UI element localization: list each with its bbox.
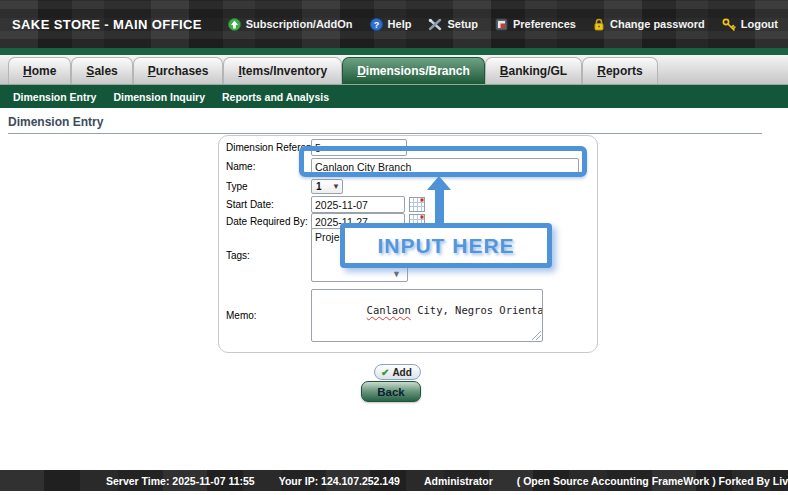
memo-row: Memo: Canlaon City, Negros Oriental — [226, 289, 543, 342]
tab-banking-gl[interactable]: Banking/GL — [485, 57, 582, 84]
submenu-dimension-inquiry[interactable]: Dimension Inquiry — [113, 91, 205, 103]
main-tab-bar: Home Sales Purchases Items/Inventory Dim… — [0, 55, 788, 85]
submenu-reports-analysis[interactable]: Reports and Analysis — [222, 91, 329, 103]
dimension-name-input[interactable] — [311, 158, 579, 175]
tab-reports[interactable]: Reports — [582, 57, 657, 84]
type-label: Type — [226, 181, 311, 192]
tab-dimensions-branch[interactable]: Dimensions/Branch — [342, 57, 485, 84]
memo-textarea[interactable]: Canlaon City, Negros Oriental — [311, 289, 543, 342]
tags-dropdown-icon[interactable]: ▼ — [392, 269, 401, 279]
memo-label: Memo: — [226, 310, 311, 321]
name-label: Name: — [226, 161, 311, 172]
add-button[interactable]: ✔ Add — [374, 364, 421, 380]
start-date-row: Start Date: — [226, 196, 425, 213]
tab-home[interactable]: Home — [8, 57, 71, 84]
checkmark-icon: ✔ — [381, 367, 389, 378]
reference-label: Dimension Reference: — [226, 142, 311, 153]
framework-credit: ( Open Source Accounting FrameWork ) For… — [517, 475, 788, 487]
start-date-input[interactable] — [311, 196, 405, 213]
submenu-dimension-entry[interactable]: Dimension Entry — [13, 91, 96, 103]
tab-items-inventory[interactable]: Items/Inventory — [223, 57, 342, 84]
type-select[interactable]: 1 ▼ — [311, 179, 343, 194]
lock-icon — [593, 18, 605, 31]
name-row: Name: — [226, 158, 579, 175]
key-icon — [722, 18, 736, 31]
user-ip: Your IP: 124.107.252.149 — [279, 475, 400, 487]
header-links: Subscription/AddOn ? Help Setup Preferen… — [228, 18, 778, 31]
type-row: Type 1 ▼ — [226, 179, 343, 194]
submenu-bar: Dimension Entry Dimension Inquiry Report… — [0, 85, 788, 108]
page-title: Dimension Entry — [8, 115, 788, 129]
top-header-bar: SAKE STORE - MAIN OFFICE Subscription/Ad… — [0, 0, 788, 48]
tags-visible-option[interactable]: Proje — [315, 231, 340, 243]
input-here-text: INPUT HERE — [377, 234, 514, 258]
server-time: Server Time: 2025-11-07 11:55 — [106, 475, 255, 487]
application-window: SAKE STORE - MAIN OFFICE Subscription/Ad… — [0, 0, 788, 495]
subscription-addon-link[interactable]: Subscription/AddOn — [228, 18, 353, 31]
start-date-calendar-icon[interactable] — [409, 197, 425, 212]
change-password-link[interactable]: Change password — [593, 18, 705, 31]
tab-sales[interactable]: Sales — [71, 57, 132, 84]
logout-link[interactable]: Logout — [722, 18, 778, 31]
date-required-label: Date Required By: — [226, 216, 311, 227]
title-divider — [8, 133, 762, 134]
preferences-icon — [495, 18, 508, 31]
dimension-reference-input[interactable] — [311, 139, 407, 156]
setup-wrench-icon — [428, 18, 442, 31]
reference-row: Dimension Reference: — [226, 139, 407, 156]
textarea-resize-handle[interactable] — [532, 331, 541, 340]
input-here-callout: INPUT HERE — [340, 223, 552, 268]
help-link[interactable]: ? Help — [370, 18, 412, 31]
header-accent-strip — [0, 48, 788, 55]
svg-text:?: ? — [373, 19, 379, 29]
start-date-label: Start Date: — [226, 199, 311, 210]
back-button[interactable]: Back — [361, 381, 421, 402]
preferences-link[interactable]: Preferences — [495, 18, 576, 31]
status-footer-bar: Server Time: 2025-11-07 11:55 Your IP: 1… — [0, 470, 788, 491]
help-icon: ? — [370, 18, 383, 31]
logged-in-user: Administrator — [424, 475, 493, 487]
tags-label: Tags: — [226, 250, 311, 261]
company-title: SAKE STORE - MAIN OFFICE — [12, 17, 202, 32]
subscription-icon — [228, 18, 241, 31]
chevron-down-icon: ▼ — [332, 183, 340, 191]
tab-purchases[interactable]: Purchases — [133, 57, 224, 84]
setup-link[interactable]: Setup — [428, 18, 478, 31]
